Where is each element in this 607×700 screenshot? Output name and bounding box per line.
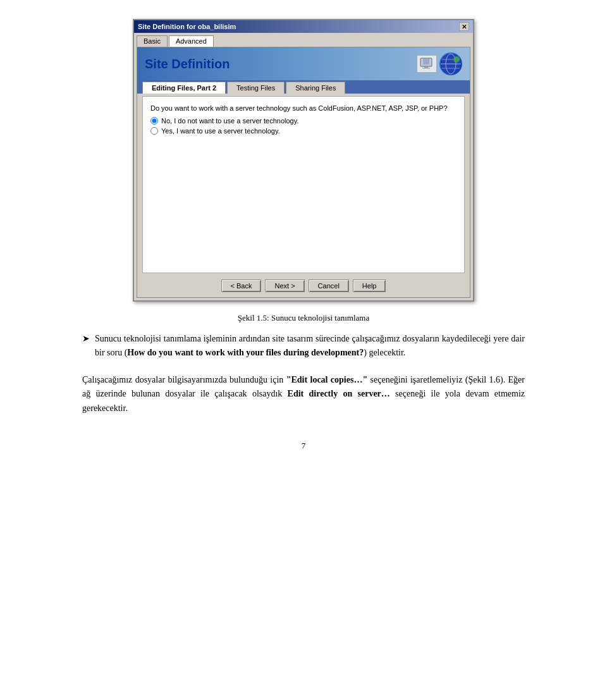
close-button[interactable]: ✕: [459, 22, 469, 31]
svg-rect-1: [423, 59, 429, 64]
radio-yes[interactable]: [150, 127, 158, 135]
dialog-tab-bar: Basic Advanced: [134, 33, 473, 47]
radio-option-no[interactable]: No, I do not want to use a server techno…: [150, 117, 457, 125]
site-def-title: Site Definition: [145, 57, 230, 71]
dialog-buttons: < Back Next > Cancel Help: [137, 276, 470, 297]
site-definition-dialog: Site Definition for oba_bilisim ✕ Basic …: [133, 19, 474, 302]
site-def-icons: [417, 52, 462, 75]
body-text-2-bold2: Edit directly on server…: [288, 389, 390, 398]
sub-tab-bar: Editing Files, Part 2 Testing Files Shar…: [137, 80, 470, 94]
dialog-content: Do you want to work with a server techno…: [142, 96, 465, 273]
computer-icon: [417, 55, 437, 73]
site-def-header: Site Definition: [137, 47, 470, 80]
sub-tab-sharing[interactable]: Sharing Files: [286, 82, 345, 94]
body-paragraph-2: Çalışacağımız dosyalar bilgisayarımızda …: [82, 373, 525, 415]
radio-no[interactable]: [150, 117, 158, 125]
next-button[interactable]: Next >: [265, 279, 304, 292]
body-text-1: Sunucu teknolojisi tanımlama işleminin a…: [95, 332, 525, 360]
svg-rect-2: [424, 66, 428, 68]
arrow-icon: ➤: [82, 333, 90, 344]
sub-tab-editing[interactable]: Editing Files, Part 2: [142, 82, 226, 94]
figure-caption: Şekil 1.5: Sunucu teknolojisi tanımlama: [82, 313, 525, 323]
dialog-titlebar: Site Definition for oba_bilisim ✕: [134, 20, 473, 33]
body-text-1-bold: How do you want to work with your files …: [127, 348, 364, 357]
svg-point-9: [453, 56, 460, 63]
question-text: Do you want to work with a server techno…: [150, 104, 457, 112]
tab-basic[interactable]: Basic: [137, 35, 168, 47]
dialog-body: Site Definition: [137, 47, 470, 298]
dialog-title: Site Definition for oba_bilisim: [138, 23, 236, 30]
back-button[interactable]: < Back: [221, 279, 262, 292]
globe-icon: [439, 52, 462, 75]
cancel-button[interactable]: Cancel: [309, 279, 349, 292]
tab-advanced[interactable]: Advanced: [169, 35, 214, 47]
body-text-1-suffix: ) gelecektir.: [364, 348, 405, 357]
radio-no-label: No, I do not want to use a server techno…: [161, 117, 298, 125]
sub-tab-testing[interactable]: Testing Files: [227, 82, 285, 94]
body-text-2-bold1: "Edit local copies…": [286, 375, 367, 384]
radio-yes-label: Yes, I want to use a server technology.: [161, 127, 280, 135]
radio-option-yes[interactable]: Yes, I want to use a server technology.: [150, 127, 457, 135]
body-paragraph-1: ➤ Sunucu teknolojisi tanımlama işleminin…: [82, 332, 525, 367]
page-number: 7: [82, 441, 525, 451]
body-text-2-prefix: Çalışacağımız dosyalar bilgisayarımızda …: [82, 375, 286, 384]
svg-rect-3: [422, 68, 430, 69]
help-button[interactable]: Help: [353, 279, 386, 292]
